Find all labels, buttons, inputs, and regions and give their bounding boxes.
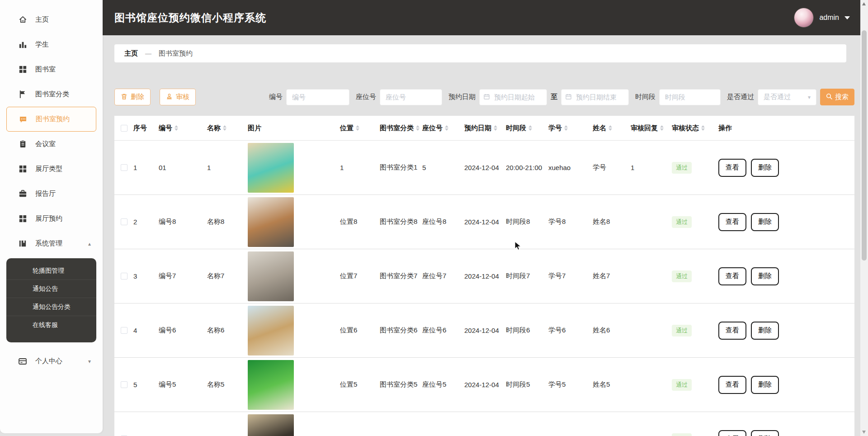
card-icon xyxy=(18,357,27,366)
sidebar-item-library[interactable]: 图书室 xyxy=(0,57,103,82)
column-header-seat[interactable]: 座位号 xyxy=(422,124,464,133)
cell-student-name: 姓名5 xyxy=(593,380,631,389)
flag-icon xyxy=(18,90,27,99)
delete-row-button[interactable]: 删除 xyxy=(751,430,779,436)
reservations-table: 序号 编号 名称 图片 位置 图书室分类 座位号 预约日期 时间段 学号 姓名 … xyxy=(114,116,854,436)
content-area: 主页 — 图书室预约 删除 审核 编号 座位号 xyxy=(103,35,868,436)
sidebar-item-library-reservation[interactable]: 图书室预约 xyxy=(6,107,96,132)
sidebar-item-personal-center[interactable]: 个人中心 ▾ xyxy=(0,349,103,374)
sidebar-item-students[interactable]: 学生 xyxy=(0,32,103,57)
status-badge: 通过 xyxy=(672,216,692,228)
select-all-checkbox[interactable] xyxy=(121,125,127,132)
user-menu-caret-icon xyxy=(844,16,850,19)
code-input[interactable] xyxy=(286,89,349,105)
filter-date-label: 预约日期 xyxy=(448,93,476,101)
scrollbar-down-arrow-icon[interactable] xyxy=(862,431,866,434)
delete-row-button[interactable]: 删除 xyxy=(751,213,779,231)
cell-location: 1 xyxy=(340,164,380,171)
sidebar-item-lecture-hall[interactable]: 报告厅 xyxy=(0,181,103,206)
bar-chart-icon xyxy=(18,40,27,49)
delete-row-button[interactable]: 删除 xyxy=(751,267,779,285)
delete-row-button[interactable]: 删除 xyxy=(751,159,779,177)
view-button[interactable]: 查看 xyxy=(718,376,746,394)
room-photo xyxy=(248,414,294,436)
scrollbar-up-arrow-icon[interactable] xyxy=(862,2,866,5)
cell-category: 图书室分类8 xyxy=(380,218,422,226)
breadcrumb: 主页 — 图书室预约 xyxy=(114,44,846,62)
sidebar-item-hall-reservation[interactable]: 展厅预约 xyxy=(0,206,103,231)
seat-input[interactable] xyxy=(380,89,442,105)
column-header-student-name[interactable]: 姓名 xyxy=(593,124,631,133)
batch-delete-button[interactable]: 删除 xyxy=(114,89,151,105)
sidebar-item-system-management[interactable]: 系统管理 ▴ xyxy=(0,231,103,256)
column-header-date[interactable]: 预约日期 xyxy=(464,124,506,133)
table-row: 通过 查看 删除 xyxy=(114,412,854,436)
pass-select[interactable]: 是否通过 ▾ xyxy=(758,89,816,105)
search-button[interactable]: 搜索 xyxy=(820,89,854,105)
sidebar-item-label: 图书室 xyxy=(35,65,56,74)
table-row: 4 编号6 名称6 位置6 图书室分类6 座位号6 2024-12-04 时间段… xyxy=(114,303,854,358)
cell-seat: 5 xyxy=(422,164,464,171)
grid-icon xyxy=(18,214,27,223)
sort-icon xyxy=(416,125,420,131)
view-button[interactable]: 查看 xyxy=(718,159,746,177)
sidebar-item-home[interactable]: 主页 xyxy=(0,7,103,32)
sort-icon xyxy=(528,125,532,131)
column-header-code[interactable]: 编号 xyxy=(159,124,207,133)
delete-row-button[interactable]: 删除 xyxy=(751,376,779,394)
sidebar-item-label: 报告厅 xyxy=(35,190,56,198)
cell-location: 位置8 xyxy=(340,218,380,226)
view-button[interactable]: 查看 xyxy=(718,213,746,231)
vertical-scrollbar[interactable] xyxy=(860,0,868,436)
review-button[interactable]: 审核 xyxy=(160,89,196,105)
scrollbar-thumb[interactable] xyxy=(862,30,867,261)
sidebar-item-meeting-room[interactable]: 会议室 xyxy=(0,132,103,156)
cell-name: 名称8 xyxy=(207,218,248,226)
cell-code: 编号7 xyxy=(159,272,207,280)
submenu-item-carousel[interactable]: 轮播图管理 xyxy=(6,262,96,280)
view-button[interactable]: 查看 xyxy=(718,267,746,285)
row-checkbox[interactable] xyxy=(121,164,127,171)
column-header-category[interactable]: 图书室分类 xyxy=(380,124,422,133)
delete-row-button[interactable]: 删除 xyxy=(751,322,779,340)
row-checkbox[interactable] xyxy=(121,381,127,388)
sidebar-item-library-category[interactable]: 图书室分类 xyxy=(0,82,103,107)
submenu-item-online-service[interactable]: 在线客服 xyxy=(6,316,96,334)
slot-input[interactable] xyxy=(659,89,721,105)
cell-student-name: 姓名7 xyxy=(593,272,631,280)
cell-seat: 座位号7 xyxy=(422,272,464,280)
cell-student-no: 学号6 xyxy=(548,326,593,335)
column-header-student-no[interactable]: 学号 xyxy=(548,124,593,133)
cell-category: 图书室分类6 xyxy=(380,326,422,335)
sort-icon xyxy=(701,125,705,131)
submenu-item-notice-category[interactable]: 通知公告分类 xyxy=(6,298,96,316)
view-button[interactable]: 查看 xyxy=(718,322,746,340)
user-menu[interactable]: admin xyxy=(794,8,850,28)
cell-date: 2024-12-04 xyxy=(464,164,506,171)
cell-date: 2024-12-04 xyxy=(464,327,506,334)
column-header-status[interactable]: 审核状态 xyxy=(672,124,718,133)
column-header-index: 序号 xyxy=(133,124,159,133)
filter-code-label: 编号 xyxy=(269,93,283,101)
cell-student-no: 学号8 xyxy=(548,218,593,226)
breadcrumb-current: 图书室预约 xyxy=(159,49,193,58)
row-checkbox[interactable] xyxy=(121,218,127,225)
calendar-icon xyxy=(566,93,571,101)
column-header-name[interactable]: 名称 xyxy=(207,124,248,133)
row-checkbox[interactable] xyxy=(121,327,127,334)
view-button[interactable]: 查看 xyxy=(718,430,746,436)
submenu-item-notice[interactable]: 通知公告 xyxy=(6,280,96,298)
cell-date: 2024-12-04 xyxy=(464,272,506,280)
row-checkbox[interactable] xyxy=(121,273,127,280)
sidebar-item-label: 会议室 xyxy=(35,140,56,148)
breadcrumb-home[interactable]: 主页 xyxy=(124,49,138,58)
sidebar-item-label: 图书室预约 xyxy=(36,115,70,123)
column-header-reply[interactable]: 审核回复 xyxy=(631,124,672,133)
home-icon xyxy=(18,15,27,24)
table-row: 3 编号7 名称7 位置7 图书室分类7 座位号7 2024-12-04 时间段… xyxy=(114,249,854,303)
column-header-location[interactable]: 位置 xyxy=(340,124,380,133)
date-end-wrap xyxy=(561,89,629,105)
column-header-slot[interactable]: 时间段 xyxy=(506,124,548,133)
sort-icon xyxy=(564,125,568,131)
sidebar-item-hall-type[interactable]: 展厅类型 xyxy=(0,156,103,181)
